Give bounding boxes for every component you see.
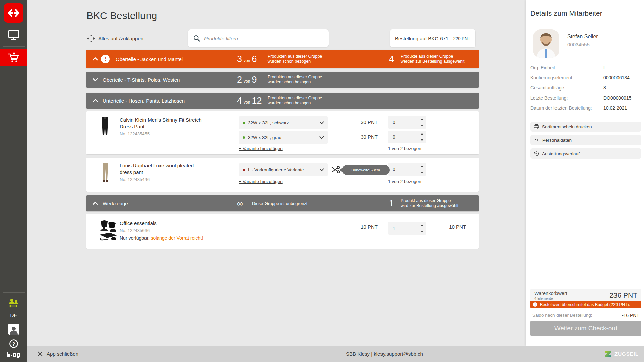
count-current: 3 xyxy=(237,54,242,64)
sidebar-item-switch-user[interactable] xyxy=(0,296,27,311)
cart-plus-icon xyxy=(7,51,20,64)
panel-heading: Details zum Mitarbeiter xyxy=(530,9,602,17)
detail-label: Datum der letzten Bestellung: xyxy=(530,105,592,111)
chevron-up-icon xyxy=(92,57,98,61)
availability-note: Nur verfügbar, solange der Vorrat reicht… xyxy=(120,235,203,241)
language-selector[interactable]: DE xyxy=(0,312,27,318)
close-app-button[interactable]: App schließen xyxy=(38,346,78,362)
quantity-stepper[interactable]: 1 xyxy=(388,222,426,235)
variant-select-vorkonfiguriert[interactable]: L - Vorkonfigurierte Variante xyxy=(239,163,328,176)
group-title: Unterteile - Hosen, Pants, Latzhosen xyxy=(103,98,185,104)
budget-warning-text: Bestellwert überschreitet das Budget (22… xyxy=(540,302,630,307)
quantity-stepper[interactable]: 0 xyxy=(388,131,426,143)
svg-text:?: ? xyxy=(12,341,15,347)
add-variant-link[interactable]: + Variante hinzufügen xyxy=(239,146,283,151)
print-assortment-button[interactable]: Sortimentschein drucken xyxy=(530,122,641,132)
stepper-down-button[interactable] xyxy=(418,122,426,129)
line-total: 10 PNT xyxy=(446,224,466,230)
quantity-stepper[interactable]: 0 xyxy=(388,163,426,176)
people-swap-icon xyxy=(8,298,20,309)
add-variant-link[interactable]: + Variante hinzufügen xyxy=(239,179,283,184)
status-line2: wurden schon bezogen xyxy=(268,101,311,105)
detail-row-kontierungselement: Kontierungselement: 0000006134 xyxy=(530,75,639,82)
stepper-down-button[interactable] xyxy=(418,228,426,235)
group-count: 4 von 12 xyxy=(237,96,262,106)
detail-label: Letzte Bestellung: xyxy=(530,95,568,101)
saldo-label: Saldo nach dieser Bestellung: xyxy=(530,313,592,318)
group-status: Diese Gruppe ist unbegrenzt xyxy=(252,201,307,206)
stepper-up-button[interactable] xyxy=(418,131,426,137)
drawn-info: 1 von 2 bezogen xyxy=(388,179,421,184)
product-row-calvin-klein: Calvin Klein Men's Skinny Fit Stretch Dr… xyxy=(86,111,479,154)
product-article-no: No. 122435666 xyxy=(120,228,150,233)
group-header-tshirts[interactable]: Oberteile - T-Shirts, Polos, Westen 2 vo… xyxy=(86,72,479,88)
zugseil-logo-icon xyxy=(604,350,612,358)
variant-status-dot-green xyxy=(243,136,245,139)
selected-line2: werden zur Bestellung ausgewählt xyxy=(401,59,464,64)
employee-details-panel: Details zum Mitarbeiter Stefan Seiler 00… xyxy=(526,0,644,346)
personal-data-button[interactable]: Personaldaten xyxy=(530,135,641,145)
count-sep: von xyxy=(244,79,250,84)
group-header-jacken-maentel[interactable]: ! Oberteile - Jacken und Mäntel 3 von 6 … xyxy=(86,50,479,68)
stepper-down-button[interactable] xyxy=(418,137,426,143)
history-icon xyxy=(534,151,539,156)
selected-line1: Produkt aus dieser Gruppe xyxy=(401,198,451,203)
quantity-value: 0 xyxy=(388,134,418,140)
variant-price: 30 PNT xyxy=(353,119,378,125)
count-current: 2 xyxy=(237,75,242,85)
variant-status-dot-red xyxy=(243,169,245,171)
checkout-button[interactable]: Weiter zum Check-out xyxy=(530,321,641,336)
drawn-info: 1 von 2 bezogen xyxy=(388,146,421,151)
search-input[interactable] xyxy=(204,36,323,41)
collapse-all-toggle[interactable]: Alles auf-/zuklappen xyxy=(87,29,143,47)
sidebar-divider xyxy=(3,46,25,47)
group-header-unterteile[interactable]: Unterteile - Hosen, Pants, Latzhosen 4 v… xyxy=(86,93,479,109)
order-target-box: Bestellung auf BKC 671 220 PNT xyxy=(390,29,475,47)
availability-highlight: solange der Vorrat reicht! xyxy=(151,235,203,241)
group-header-werkzeuge[interactable]: Werkzeuge ∞ Diese Gruppe ist unbegrenzt … xyxy=(86,195,479,211)
detail-row-datum-letzte-bestellung: Datum der letzten Bestellung: 10.02.2021 xyxy=(530,105,639,112)
count-total: 6 xyxy=(252,54,257,64)
variant-select-grau[interactable]: 32W x 32L, grau xyxy=(239,131,328,144)
detail-label: Org. Einheit xyxy=(530,65,555,70)
infinity-icon: ∞ xyxy=(237,199,243,207)
variant-select-schwarz[interactable]: 32W x 32L, schwarz xyxy=(239,116,328,129)
product-article-no: No. 122435446 xyxy=(120,177,150,182)
detail-value: I xyxy=(603,65,605,70)
stepper-up-button[interactable] xyxy=(418,116,426,122)
quantity-stepper[interactable]: 0 xyxy=(388,116,426,129)
variant-price: 30 PNT xyxy=(353,134,378,140)
sidebar-user-avatar[interactable] xyxy=(8,324,19,335)
sidebar-item-order-cart[interactable] xyxy=(0,49,27,66)
group-selected-text: Produkt aus dieser Gruppe wird zur Beste… xyxy=(401,198,458,208)
count-current: 4 xyxy=(237,96,242,106)
order-target-label: Bestellung auf BKC 671 xyxy=(395,36,448,41)
status-line1: Produkten aus dieser Gruppe xyxy=(268,75,322,79)
product-name: Louis Raphael Luxe wool pleated dress pa… xyxy=(120,162,194,176)
close-icon xyxy=(38,351,43,356)
detail-row-org-einheit: Org. Einheit I xyxy=(530,65,639,72)
stepper-up-button[interactable] xyxy=(418,163,426,169)
tooltip-bundweite: Bundweite: -3cm xyxy=(342,165,390,175)
sidebar-item-workstation[interactable] xyxy=(0,26,27,44)
product-name-line2: dress pant xyxy=(120,169,143,175)
group-title: Oberteile - T-Shirts, Polos, Westen xyxy=(103,77,180,83)
group-selected-text: Produkte aus dieser Gruppe werden zur Be… xyxy=(401,54,464,64)
detail-value: DO00000015 xyxy=(603,95,631,101)
product-name: Office essentials xyxy=(120,220,157,227)
action-label: Austattungsverlauf xyxy=(542,151,580,156)
sbb-logo[interactable] xyxy=(4,3,23,23)
support-contact: SBB Klesy | klesy.support@sbb.ch xyxy=(329,346,440,362)
group-selected-count: 4 xyxy=(389,54,394,64)
equipment-history-button[interactable]: Austattungsverlauf xyxy=(530,148,641,159)
status-line2: wurden schon bezogen xyxy=(268,80,311,84)
group-count: 2 von 9 xyxy=(237,75,257,85)
product-name-line1: Calvin Klein Men's Skinny Fit Stretch xyxy=(120,117,202,123)
detail-row-letzte-bestellung: Letzte Bestellung: DO00000015 xyxy=(530,95,639,102)
employee-name: Stefan Seiler xyxy=(567,34,598,40)
group-title: Werkzeuge xyxy=(103,200,128,206)
stepper-up-button[interactable] xyxy=(418,222,426,228)
stepper-down-button[interactable] xyxy=(418,169,426,176)
quantity-value: 0 xyxy=(388,167,418,172)
group-status: Produkten aus dieser Gruppe wurden schon… xyxy=(268,54,322,64)
